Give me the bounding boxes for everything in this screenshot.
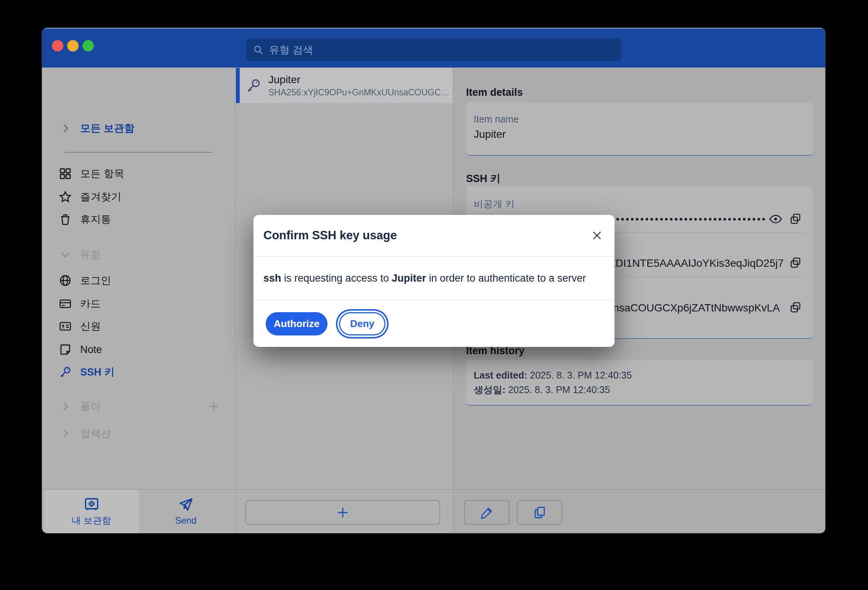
traffic-light-maximize[interactable] [82,40,94,52]
add-folder-button[interactable] [208,400,220,413]
item-name-card: Item name Jupiter [466,102,813,156]
requested-item-name: Jupiter [392,272,426,284]
add-item-button[interactable] [245,500,440,525]
sidebar-section-folders[interactable]: 폴더 [42,396,235,417]
sidebar-item-label: 카드 [80,297,101,311]
sidebar-item-all-vaults[interactable]: 모든 보관함 [42,118,235,139]
bottom-nav: 내 보관함 Send [42,490,235,533]
star-icon [59,190,72,203]
bottom-bar: 내 보관함 Send [42,489,825,533]
edit-item-button[interactable] [464,500,510,525]
toggle-visibility-eye-icon[interactable] [769,212,782,226]
item-details-heading: Item details [466,87,523,98]
ssh-key-heading: SSH 키 [466,172,500,185]
sidebar-item-label: 로그인 [80,274,111,287]
authorize-button[interactable]: Authorize [266,312,328,335]
sidebar-section-label: 컬렉션 [80,427,111,440]
deny-button[interactable]: Deny [339,312,386,335]
key-icon [59,366,72,379]
sidebar-item-label: 즐겨찾기 [80,190,121,204]
requesting-app-name: ssh [263,272,281,284]
sidebar-item-label: Note [80,344,102,356]
sidebar-item-label: SSH 키 [80,365,115,379]
list-item-title: Jupiter [268,73,450,87]
dialog-header: Confirm SSH key usage [253,215,615,256]
sidebar-divider [65,152,213,153]
chevron-right-icon [59,427,72,440]
detail-actions [453,490,825,533]
chevron-right-icon [59,400,72,413]
clone-item-button[interactable] [517,500,562,525]
sidebar-section-label: 유형 [80,248,101,261]
item-history-card: Last edited: 2025. 8. 3. PM 12:40:35 생성일… [466,360,813,406]
sidebar-item-all-items[interactable]: 모든 항목 [42,163,235,184]
dialog-message: ssh is requesting access to Jupiter in o… [263,272,586,284]
pencil-icon [480,506,494,519]
dialog-title: Confirm SSH key usage [263,229,397,242]
sidebar-item-label: 모든 항목 [80,167,124,181]
public-key-value: ZDI1NTE5AAAAIJoYKis3eqJiqD25j7 [609,257,784,269]
last-edited-label: Last edited: [474,370,527,380]
sidebar-item-ssh-key[interactable]: SSH 키 [42,361,235,383]
search-input[interactable]: 유형 검색 [246,39,621,61]
sidebar-item-label: 신원 [80,319,101,333]
id-card-icon [59,320,72,333]
chevron-right-icon [59,122,72,135]
traffic-light-minimize[interactable] [67,40,79,52]
close-icon[interactable] [590,229,604,242]
sidebar-item-card[interactable]: 카드 [42,293,235,314]
selection-indicator [236,68,240,103]
sidebar-section-collections[interactable]: 컬렉션 [42,423,235,444]
key-icon [245,77,261,93]
tab-my-vault[interactable]: 내 보관함 [44,490,139,533]
credit-card-icon [59,297,72,310]
note-icon [59,343,72,356]
item-name-label: Item name [474,114,519,125]
tab-label: Send [175,515,196,526]
title-bar: 유형 검색 [42,28,825,68]
copy-private-key-icon[interactable] [789,212,802,226]
sidebar: 모든 보관함 모든 항목 즐겨찾기 휴지통 유형 [42,68,235,489]
last-edited-value: 2025. 8. 3. PM 12:40:35 [527,370,632,380]
sidebar-item-label: 휴지통 [80,213,111,226]
tab-send[interactable]: Send [139,490,233,533]
sidebar-section-type[interactable]: 유형 [42,244,235,265]
grid-icon [59,167,72,180]
sidebar-item-label: 모든 보관함 [80,121,135,135]
created-line: 생성일: 2025. 8. 3. PM 12:40:35 [474,384,610,396]
sidebar-item-trash[interactable]: 휴지통 [42,209,235,230]
list-item-jupiter[interactable]: Jupiter SHA256:xYjIC9OPu+GnMKxUUnsaCOUGC… [236,68,453,103]
copy-fingerprint-icon[interactable] [789,301,802,314]
sidebar-item-favorites[interactable]: 즐겨찾기 [42,186,235,208]
tab-label: 내 보관함 [72,514,111,527]
created-value: 2025. 8. 3. PM 12:40:35 [505,384,610,395]
send-icon [178,497,194,513]
traffic-light-close[interactable] [52,40,63,52]
search-placeholder: 유형 검색 [269,43,313,57]
copy-public-key-icon[interactable] [789,256,802,270]
search-icon [253,45,264,55]
confirm-ssh-key-usage-dialog: Confirm SSH key usage ssh is requesting … [253,215,615,347]
private-key-label: 비공개 키 [474,198,515,210]
globe-icon [59,274,72,287]
list-actions [235,490,453,533]
dialog-footer: Authorize Deny [253,300,615,347]
sidebar-section-label: 폴더 [80,400,101,413]
plus-icon [336,505,350,520]
chevron-down-icon [59,248,72,261]
created-label: 생성일: [474,384,505,395]
fingerprint-value: UnsaCOUGCXp6jZATtNbwwspKvLA [605,302,780,314]
vault-icon [84,496,100,512]
list-item-fingerprint: SHA256:xYjIC9OPu+GnMKxUUnsaCOUGC… [268,87,450,98]
trash-icon [59,213,72,226]
sidebar-item-login[interactable]: 로그인 [42,270,235,291]
dialog-body: ssh is requesting access to Jupiter in o… [253,256,615,300]
item-name-value: Jupiter [474,128,506,140]
last-edited-line: Last edited: 2025. 8. 3. PM 12:40:35 [474,370,632,381]
sidebar-item-note[interactable]: Note [42,339,235,360]
sidebar-item-identity[interactable]: 신원 [42,316,235,337]
copy-icon [532,505,547,520]
